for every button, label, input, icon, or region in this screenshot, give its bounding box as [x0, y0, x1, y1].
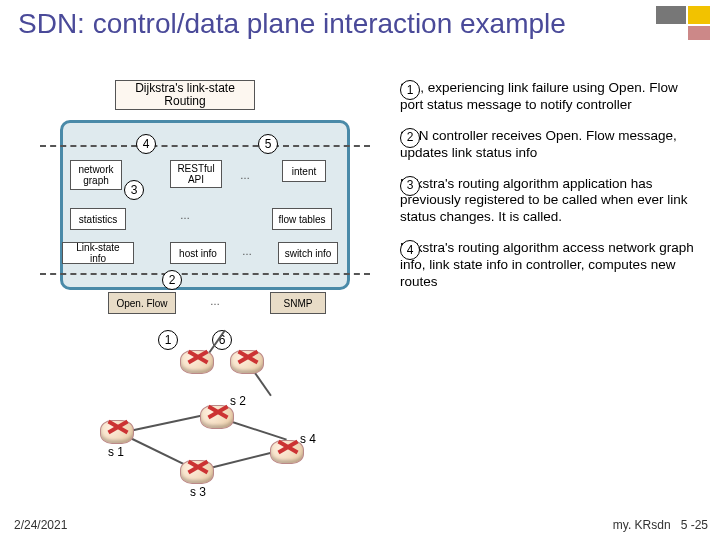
- dashed-divider-bottom: [40, 273, 370, 275]
- step-number: 1: [400, 80, 420, 100]
- footer-page: 5 -25: [681, 518, 708, 532]
- step-number: 2: [400, 128, 420, 148]
- architecture-diagram: Dijkstra's link-state Routing network gr…: [60, 80, 350, 340]
- router-icon: [180, 350, 214, 374]
- step-number: 3: [400, 176, 420, 196]
- openflow: Open. Flow: [108, 292, 176, 314]
- step-marker-3: 3: [124, 180, 144, 200]
- statistics: statistics: [70, 208, 126, 230]
- step-item: 1 S 1, experiencing link failure using O…: [400, 80, 700, 114]
- ellipsis-icon: …: [240, 170, 252, 181]
- switch-label-s4: s 4: [300, 432, 316, 446]
- step-marker-5: 5: [258, 134, 278, 154]
- step-text: Dijkstra's routing algorithm access netw…: [400, 240, 700, 291]
- router-icon: [200, 405, 234, 429]
- intent: intent: [282, 160, 326, 182]
- switch-label-s2: s 2: [230, 394, 246, 408]
- flow-tables: flow tables: [272, 208, 332, 230]
- footer-source: my. KRsdn: [613, 518, 671, 532]
- host-info: host info: [170, 242, 226, 264]
- ellipsis-icon: …: [180, 210, 192, 221]
- step-marker-1: 1: [158, 330, 178, 350]
- step-marker-4: 4: [136, 134, 156, 154]
- restful-api: RESTful API: [170, 160, 222, 188]
- course-logo: [656, 6, 712, 40]
- network-graph: network graph: [70, 160, 122, 190]
- step-text: Dijkstra's routing algorithm application…: [400, 176, 700, 227]
- ellipsis-icon: …: [210, 296, 222, 307]
- step-text: S 1, experiencing link failure using Ope…: [400, 80, 700, 114]
- step-item: 3 Dijkstra's routing algorithm applicati…: [400, 176, 700, 227]
- snmp: SNMP: [270, 292, 326, 314]
- dashed-divider-top: [40, 145, 370, 147]
- step-number: 4: [400, 240, 420, 260]
- link-state-info: Link-state info: [62, 242, 134, 264]
- switch-label-s3: s 3: [190, 485, 206, 499]
- switch-label-s1: s 1: [108, 445, 124, 459]
- dijkstra-app: Dijkstra's link-state Routing: [115, 80, 255, 110]
- router-icon: [230, 350, 264, 374]
- footer-date: 2/24/2021: [14, 518, 67, 532]
- steps-list: 1 S 1, experiencing link failure using O…: [400, 80, 700, 305]
- step-item: 4 Dijkstra's routing algorithm access ne…: [400, 240, 700, 291]
- router-icon: [100, 420, 134, 444]
- switch-info: switch info: [278, 242, 338, 264]
- footer-right: my. KRsdn 5 -25: [613, 518, 708, 532]
- router-icon: [180, 460, 214, 484]
- page-title: SDN: control/data plane interaction exam…: [18, 8, 566, 40]
- router-icon: [270, 440, 304, 464]
- step-marker-2: 2: [162, 270, 182, 290]
- step-text: SDN controller receives Open. Flow messa…: [400, 128, 700, 162]
- switch-topology: s 1 s 2 s 3 s 4: [80, 350, 340, 500]
- step-item: 2 SDN controller receives Open. Flow mes…: [400, 128, 700, 162]
- ellipsis-icon: …: [242, 246, 254, 257]
